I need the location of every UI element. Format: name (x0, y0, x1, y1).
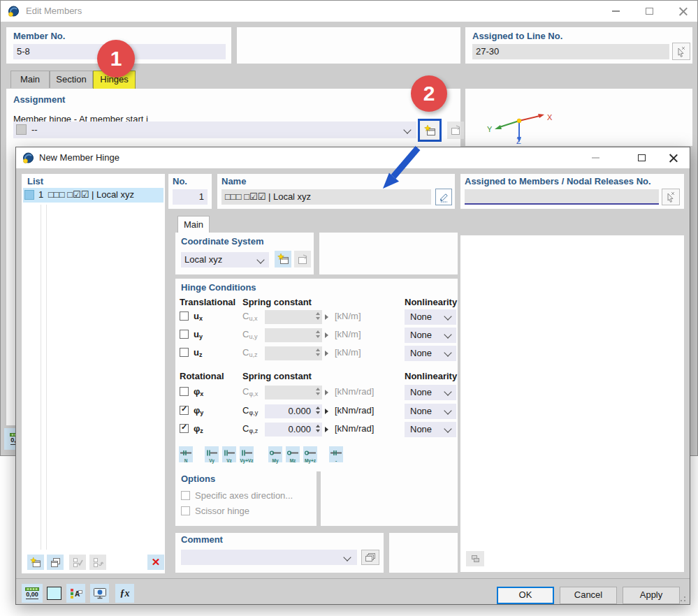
maximize-icon (638, 154, 646, 161)
phiy-checkbox[interactable]: ✓ (180, 406, 189, 415)
close-button[interactable] (657, 147, 690, 168)
resize-grip[interactable] (678, 594, 687, 603)
preset-hinge-mz-button[interactable]: Mz (286, 446, 300, 462)
chevron-down-icon (444, 330, 451, 338)
tab-section[interactable]: Section (50, 71, 93, 88)
member-hinge-start-select[interactable]: -- (13, 122, 416, 138)
preset-hinge-vz-button[interactable]: Vz (222, 446, 236, 462)
spring-constant-symbol: Cu,z (242, 347, 257, 358)
close-button[interactable] (667, 1, 698, 22)
spring-constant-input[interactable]: 0.000 (265, 404, 322, 418)
cancel-button[interactable]: Cancel (560, 587, 617, 604)
nonlinearity-select[interactable]: None (405, 404, 456, 419)
assigned-line-input[interactable]: 27-30 (472, 44, 669, 59)
spinner-icon (316, 330, 320, 338)
phiz-checkbox[interactable]: ✓ (180, 424, 189, 433)
window-title: Edit Members (26, 6, 82, 16)
hinge-symbol-icon (305, 450, 316, 456)
assigned-line-label: Assigned to Line No. (472, 31, 562, 41)
spring-constant-symbol: Cφ,x (242, 386, 258, 397)
preset-hinge-vy-button[interactable]: Vy (205, 446, 219, 462)
tree-line (41, 205, 41, 550)
select-members-button[interactable] (662, 189, 680, 205)
preset-hinge-myz-button[interactable]: My+z (303, 446, 317, 462)
dialog-tab-main[interactable]: Main (177, 216, 210, 233)
chevron-down-icon (444, 312, 451, 320)
units-settings-button[interactable]: 0,00 (22, 584, 43, 603)
list-copy-button[interactable] (47, 555, 64, 570)
assigned-members-label: Assigned to Members / Nodal Releases No. (465, 176, 651, 186)
preset-hinge-vyvz-button[interactable]: Vy+Vz (240, 446, 254, 462)
spring-constant-column-label: Spring constant (242, 297, 312, 307)
ux-checkbox[interactable] (180, 311, 189, 321)
empty-panel-top (237, 27, 460, 64)
nonlinearity-select[interactable]: None (405, 328, 456, 343)
comment-select[interactable] (181, 550, 357, 565)
chevron-down-icon (444, 349, 451, 356)
maximize-button[interactable] (626, 147, 657, 168)
formula-button[interactable]: ƒx (115, 584, 134, 603)
spinner-icon[interactable] (316, 406, 320, 414)
new-coordinate-system-button[interactable] (275, 251, 291, 267)
dof-label: φx (194, 386, 203, 397)
preset-hinge-my-button[interactable]: My (268, 446, 282, 462)
spinner-icon (316, 388, 320, 395)
no-input[interactable]: 1 (173, 189, 208, 205)
spring-constant-symbol: Cφ,y (242, 405, 258, 416)
coordinate-system-select[interactable]: Local xyz (181, 252, 269, 267)
preset-hinge-none-button[interactable]: - (329, 446, 343, 462)
display-properties-button[interactable]: A (66, 584, 85, 603)
comment-copy-button[interactable] (361, 550, 379, 565)
nonlinearity-select[interactable]: None (405, 346, 456, 361)
spring-constant-input[interactable]: 0.000 (265, 423, 322, 437)
detail-arrow-icon[interactable] (325, 409, 328, 414)
maximize-button[interactable] (634, 1, 664, 22)
edit-coordinate-system-button (294, 251, 311, 267)
nonlinearity-select[interactable]: None (405, 385, 456, 400)
svg-text:Y: Y (487, 125, 493, 133)
list-item-selected[interactable]: 1 □□□ □☑☑ | Local xyz (23, 188, 163, 203)
render-mode-button[interactable] (466, 551, 484, 566)
minimize-button[interactable] (600, 1, 631, 22)
list-header: List (27, 176, 43, 186)
uz-checkbox[interactable] (180, 348, 189, 357)
hinge-symbol-icon (270, 450, 281, 456)
detail-arrow-icon[interactable] (325, 427, 328, 432)
spring-constant-input (265, 310, 322, 324)
nonlinearity-select[interactable]: None (405, 309, 456, 325)
comment-panel: Comment (175, 533, 384, 573)
blocks-icon (470, 554, 481, 564)
svg-text:X: X (547, 113, 553, 122)
step-badge-1: 1 (97, 40, 135, 78)
list-new-button[interactable] (27, 555, 44, 570)
background-color-swatch[interactable] (47, 587, 61, 600)
hinge-symbol-icon (330, 450, 342, 456)
new-member-hinge-button[interactable] (418, 119, 442, 142)
assigned-members-input[interactable] (465, 189, 659, 205)
uy-checkbox[interactable] (180, 330, 189, 339)
app-icon (8, 6, 20, 17)
spinner-icon[interactable] (316, 425, 320, 432)
hinge-symbol-icon (241, 450, 252, 456)
apply-button[interactable]: Apply (623, 587, 680, 604)
spinner-icon (316, 349, 320, 356)
hinge-row-phiy: ✓ φy Cφ,y 0.000 [kNm/rad] None (175, 404, 458, 420)
select-lines-button[interactable] (672, 43, 690, 60)
edit-name-button[interactable] (435, 189, 452, 205)
delete-icon: ✕ (152, 556, 161, 569)
tab-main[interactable]: Main (10, 71, 50, 88)
list-delete-button[interactable]: ✕ (147, 555, 164, 570)
edit-members-titlebar: Edit Members (1, 1, 697, 22)
spring-constant-input (265, 328, 322, 342)
copy-icon (50, 557, 61, 568)
app-icon (22, 152, 34, 164)
nonlinearity-select[interactable]: None (405, 422, 456, 437)
phix-checkbox[interactable] (180, 387, 189, 396)
hinge-symbol-icon (206, 450, 217, 456)
preset-hinge-n-button[interactable]: N (179, 446, 193, 462)
ok-button[interactable]: OK (497, 587, 554, 604)
screen-settings-button[interactable] (90, 584, 109, 603)
specific-axes-checkbox (181, 491, 190, 500)
unit-label: [kNm/rad] (335, 405, 374, 416)
dof-label: φy (194, 405, 203, 416)
